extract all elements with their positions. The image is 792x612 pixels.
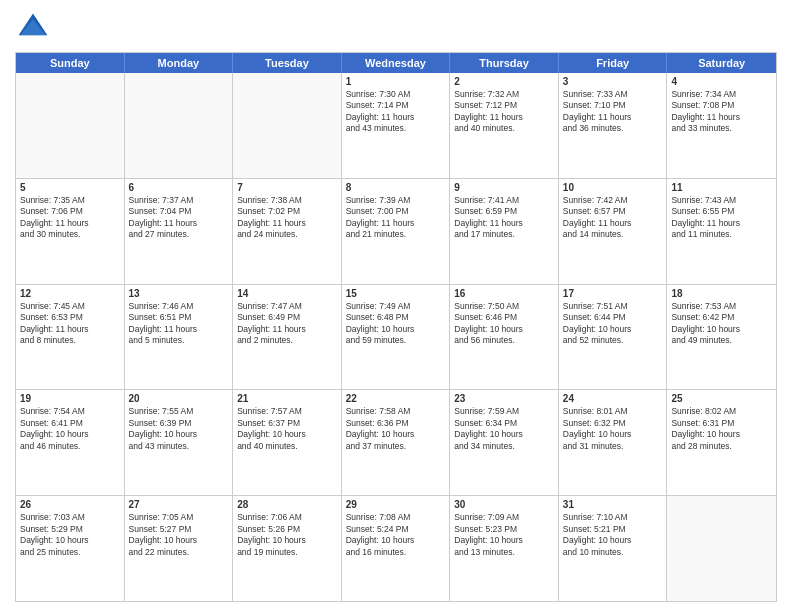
day-number: 19: [20, 393, 120, 404]
day-info: Sunrise: 7:43 AM Sunset: 6:55 PM Dayligh…: [671, 195, 772, 241]
day-number: 18: [671, 288, 772, 299]
day-info: Sunrise: 7:58 AM Sunset: 6:36 PM Dayligh…: [346, 406, 446, 452]
day-cell-16: 16Sunrise: 7:50 AM Sunset: 6:46 PM Dayli…: [450, 285, 559, 390]
day-cell-30: 30Sunrise: 7:09 AM Sunset: 5:23 PM Dayli…: [450, 496, 559, 601]
day-info: Sunrise: 7:39 AM Sunset: 7:00 PM Dayligh…: [346, 195, 446, 241]
day-number: 17: [563, 288, 663, 299]
day-cell-1: 1Sunrise: 7:30 AM Sunset: 7:14 PM Daylig…: [342, 73, 451, 178]
day-number: 12: [20, 288, 120, 299]
day-number: 14: [237, 288, 337, 299]
logo: [15, 10, 55, 46]
day-number: 7: [237, 182, 337, 193]
day-cell-10: 10Sunrise: 7:42 AM Sunset: 6:57 PM Dayli…: [559, 179, 668, 284]
day-number: 31: [563, 499, 663, 510]
day-info: Sunrise: 7:42 AM Sunset: 6:57 PM Dayligh…: [563, 195, 663, 241]
day-info: Sunrise: 7:35 AM Sunset: 7:06 PM Dayligh…: [20, 195, 120, 241]
day-cell-9: 9Sunrise: 7:41 AM Sunset: 6:59 PM Daylig…: [450, 179, 559, 284]
day-number: 20: [129, 393, 229, 404]
day-cell-5: 5Sunrise: 7:35 AM Sunset: 7:06 PM Daylig…: [16, 179, 125, 284]
calendar-row-3: 19Sunrise: 7:54 AM Sunset: 6:41 PM Dayli…: [16, 390, 776, 496]
empty-cell-4-6: [667, 496, 776, 601]
calendar-body: 1Sunrise: 7:30 AM Sunset: 7:14 PM Daylig…: [16, 73, 776, 601]
day-number: 24: [563, 393, 663, 404]
day-info: Sunrise: 7:54 AM Sunset: 6:41 PM Dayligh…: [20, 406, 120, 452]
weekday-header-thursday: Thursday: [450, 53, 559, 73]
day-cell-12: 12Sunrise: 7:45 AM Sunset: 6:53 PM Dayli…: [16, 285, 125, 390]
day-cell-29: 29Sunrise: 7:08 AM Sunset: 5:24 PM Dayli…: [342, 496, 451, 601]
empty-cell-0-1: [125, 73, 234, 178]
day-number: 1: [346, 76, 446, 87]
day-info: Sunrise: 7:08 AM Sunset: 5:24 PM Dayligh…: [346, 512, 446, 558]
day-cell-4: 4Sunrise: 7:34 AM Sunset: 7:08 PM Daylig…: [667, 73, 776, 178]
day-number: 13: [129, 288, 229, 299]
day-info: Sunrise: 7:53 AM Sunset: 6:42 PM Dayligh…: [671, 301, 772, 347]
calendar-header: SundayMondayTuesdayWednesdayThursdayFrid…: [16, 53, 776, 73]
day-cell-31: 31Sunrise: 7:10 AM Sunset: 5:21 PM Dayli…: [559, 496, 668, 601]
empty-cell-0-2: [233, 73, 342, 178]
day-cell-18: 18Sunrise: 7:53 AM Sunset: 6:42 PM Dayli…: [667, 285, 776, 390]
day-cell-26: 26Sunrise: 7:03 AM Sunset: 5:29 PM Dayli…: [16, 496, 125, 601]
day-info: Sunrise: 7:51 AM Sunset: 6:44 PM Dayligh…: [563, 301, 663, 347]
day-number: 4: [671, 76, 772, 87]
day-number: 25: [671, 393, 772, 404]
day-number: 8: [346, 182, 446, 193]
day-number: 26: [20, 499, 120, 510]
calendar-row-2: 12Sunrise: 7:45 AM Sunset: 6:53 PM Dayli…: [16, 285, 776, 391]
day-cell-25: 25Sunrise: 8:02 AM Sunset: 6:31 PM Dayli…: [667, 390, 776, 495]
weekday-header-tuesday: Tuesday: [233, 53, 342, 73]
day-cell-2: 2Sunrise: 7:32 AM Sunset: 7:12 PM Daylig…: [450, 73, 559, 178]
day-cell-21: 21Sunrise: 7:57 AM Sunset: 6:37 PM Dayli…: [233, 390, 342, 495]
calendar: SundayMondayTuesdayWednesdayThursdayFrid…: [15, 52, 777, 602]
day-number: 5: [20, 182, 120, 193]
page: SundayMondayTuesdayWednesdayThursdayFrid…: [0, 0, 792, 612]
day-info: Sunrise: 7:59 AM Sunset: 6:34 PM Dayligh…: [454, 406, 554, 452]
day-cell-7: 7Sunrise: 7:38 AM Sunset: 7:02 PM Daylig…: [233, 179, 342, 284]
day-number: 21: [237, 393, 337, 404]
day-cell-19: 19Sunrise: 7:54 AM Sunset: 6:41 PM Dayli…: [16, 390, 125, 495]
day-info: Sunrise: 7:32 AM Sunset: 7:12 PM Dayligh…: [454, 89, 554, 135]
day-info: Sunrise: 7:55 AM Sunset: 6:39 PM Dayligh…: [129, 406, 229, 452]
day-number: 16: [454, 288, 554, 299]
day-cell-14: 14Sunrise: 7:47 AM Sunset: 6:49 PM Dayli…: [233, 285, 342, 390]
header: [15, 10, 777, 46]
day-info: Sunrise: 7:06 AM Sunset: 5:26 PM Dayligh…: [237, 512, 337, 558]
day-number: 2: [454, 76, 554, 87]
day-number: 6: [129, 182, 229, 193]
day-number: 27: [129, 499, 229, 510]
day-cell-17: 17Sunrise: 7:51 AM Sunset: 6:44 PM Dayli…: [559, 285, 668, 390]
day-info: Sunrise: 7:03 AM Sunset: 5:29 PM Dayligh…: [20, 512, 120, 558]
day-number: 9: [454, 182, 554, 193]
day-cell-13: 13Sunrise: 7:46 AM Sunset: 6:51 PM Dayli…: [125, 285, 234, 390]
day-cell-8: 8Sunrise: 7:39 AM Sunset: 7:00 PM Daylig…: [342, 179, 451, 284]
day-info: Sunrise: 7:30 AM Sunset: 7:14 PM Dayligh…: [346, 89, 446, 135]
day-info: Sunrise: 7:34 AM Sunset: 7:08 PM Dayligh…: [671, 89, 772, 135]
day-number: 30: [454, 499, 554, 510]
day-info: Sunrise: 7:33 AM Sunset: 7:10 PM Dayligh…: [563, 89, 663, 135]
day-cell-6: 6Sunrise: 7:37 AM Sunset: 7:04 PM Daylig…: [125, 179, 234, 284]
day-info: Sunrise: 7:09 AM Sunset: 5:23 PM Dayligh…: [454, 512, 554, 558]
day-info: Sunrise: 7:37 AM Sunset: 7:04 PM Dayligh…: [129, 195, 229, 241]
empty-cell-0-0: [16, 73, 125, 178]
day-info: Sunrise: 7:10 AM Sunset: 5:21 PM Dayligh…: [563, 512, 663, 558]
day-number: 29: [346, 499, 446, 510]
day-info: Sunrise: 7:05 AM Sunset: 5:27 PM Dayligh…: [129, 512, 229, 558]
day-cell-27: 27Sunrise: 7:05 AM Sunset: 5:27 PM Dayli…: [125, 496, 234, 601]
day-info: Sunrise: 7:41 AM Sunset: 6:59 PM Dayligh…: [454, 195, 554, 241]
day-cell-23: 23Sunrise: 7:59 AM Sunset: 6:34 PM Dayli…: [450, 390, 559, 495]
day-cell-11: 11Sunrise: 7:43 AM Sunset: 6:55 PM Dayli…: [667, 179, 776, 284]
day-number: 15: [346, 288, 446, 299]
day-cell-20: 20Sunrise: 7:55 AM Sunset: 6:39 PM Dayli…: [125, 390, 234, 495]
day-info: Sunrise: 8:02 AM Sunset: 6:31 PM Dayligh…: [671, 406, 772, 452]
day-info: Sunrise: 8:01 AM Sunset: 6:32 PM Dayligh…: [563, 406, 663, 452]
weekday-header-friday: Friday: [559, 53, 668, 73]
day-number: 10: [563, 182, 663, 193]
day-info: Sunrise: 7:50 AM Sunset: 6:46 PM Dayligh…: [454, 301, 554, 347]
day-info: Sunrise: 7:38 AM Sunset: 7:02 PM Dayligh…: [237, 195, 337, 241]
weekday-header-saturday: Saturday: [667, 53, 776, 73]
day-info: Sunrise: 7:47 AM Sunset: 6:49 PM Dayligh…: [237, 301, 337, 347]
day-cell-28: 28Sunrise: 7:06 AM Sunset: 5:26 PM Dayli…: [233, 496, 342, 601]
day-info: Sunrise: 7:46 AM Sunset: 6:51 PM Dayligh…: [129, 301, 229, 347]
day-cell-3: 3Sunrise: 7:33 AM Sunset: 7:10 PM Daylig…: [559, 73, 668, 178]
day-cell-22: 22Sunrise: 7:58 AM Sunset: 6:36 PM Dayli…: [342, 390, 451, 495]
day-info: Sunrise: 7:57 AM Sunset: 6:37 PM Dayligh…: [237, 406, 337, 452]
